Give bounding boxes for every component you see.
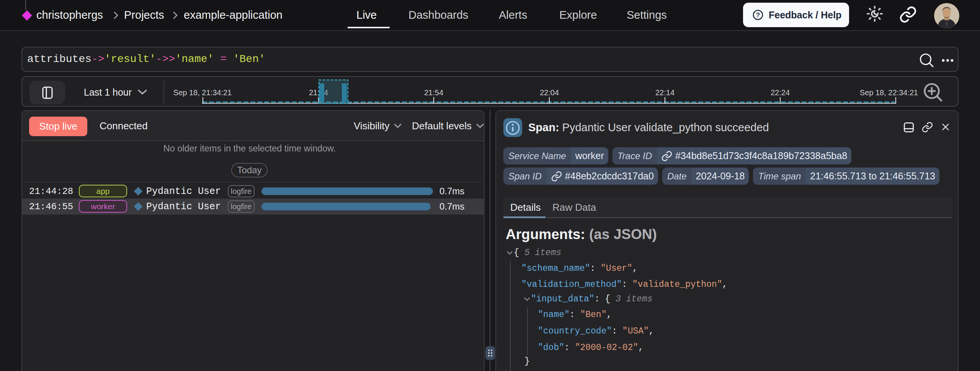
svg-text:?: ? bbox=[756, 11, 760, 19]
